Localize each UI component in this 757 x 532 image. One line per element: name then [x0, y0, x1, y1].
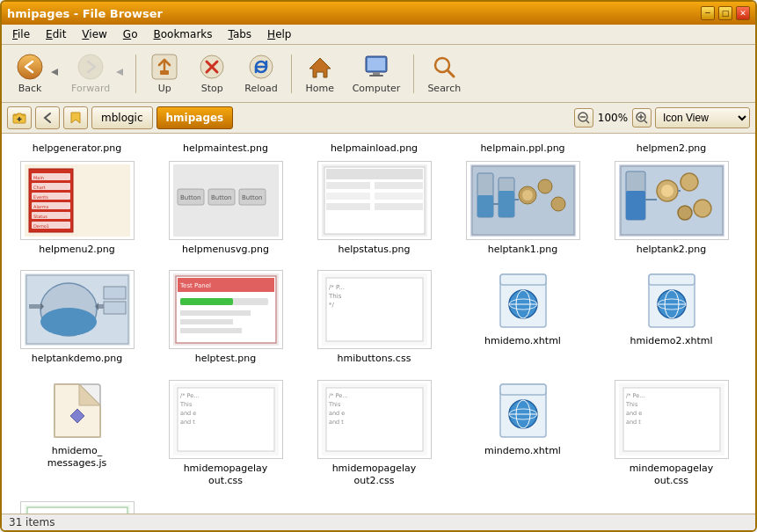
zoom-in-button[interactable] [632, 108, 651, 128]
svg-rect-89 [104, 302, 126, 314]
menu-go[interactable]: Go [116, 26, 145, 42]
svg-text:Events: Events [33, 194, 48, 200]
up-button[interactable]: Up [142, 48, 187, 98]
back-label: Back [18, 83, 42, 94]
svg-text:Button: Button [211, 194, 231, 201]
file-area[interactable]: helpgenerator.png helpmaintest.png helpm… [2, 134, 755, 514]
helpstatus-name: helpstatus.png [338, 244, 410, 256]
forward-label: Forward [71, 83, 110, 94]
svg-text:/* Pe...: /* Pe... [626, 392, 644, 399]
reload-label: Reload [244, 83, 277, 94]
svg-rect-5 [160, 70, 169, 75]
helptest-thumb: Test Panel [169, 270, 283, 349]
file-hmibuttons[interactable]: /* P... This */ hmibuttons.css [306, 265, 442, 370]
helptank2-thumb [615, 161, 729, 240]
menu-tabs[interactable]: Tabs [222, 26, 259, 42]
file-hmidemopageout2[interactable]: /* Pe... This and e and t hmidemopagelay… [306, 375, 442, 493]
file-helptest[interactable]: Test Panel helptest.png [157, 265, 294, 370]
svg-text:and t: and t [180, 419, 195, 426]
svg-text:and e: and e [329, 410, 345, 417]
minimize-button[interactable]: ─ [701, 6, 715, 20]
svg-rect-88 [104, 287, 126, 299]
search-button[interactable]: Search [419, 48, 469, 98]
menu-edit[interactable]: Edit [39, 26, 73, 42]
svg-marker-10 [309, 58, 331, 77]
file-helpmenu2[interactable]: Main Chart Events Alarms Status Demo1 he… [9, 156, 145, 261]
close-button[interactable]: ✕ [736, 6, 750, 20]
file-helpmenusvg[interactable]: Button Button Button helpmenusvg.png [157, 156, 294, 261]
helptankdemo-thumb [20, 270, 135, 349]
svg-rect-97 [180, 319, 233, 324]
file-mindemo[interactable]: mindemo.xhtml [455, 375, 591, 493]
file-helptank2[interactable]: helptank2.png [603, 156, 739, 261]
hmidemomessages-icon [51, 380, 104, 441]
breadcrumb-hmipages[interactable]: hmipages [156, 106, 234, 129]
file-hmidemomessages[interactable]: hmidemo_messages.js [9, 375, 145, 493]
menu-bookmarks[interactable]: Bookmarks [146, 26, 219, 42]
menu-help[interactable]: Help [260, 26, 298, 42]
svg-point-76 [694, 200, 711, 217]
svg-text:This: This [328, 293, 342, 300]
file-helpstatus[interactable]: helpstatus.png [306, 156, 442, 261]
breadcrumb-mblogic[interactable]: mblogic [91, 106, 153, 129]
svg-point-66 [551, 197, 565, 211]
hmidemo-icon [497, 270, 550, 332]
forward-button[interactable]: Forward [63, 48, 118, 98]
svg-rect-54 [375, 193, 423, 200]
home-button[interactable]: Home [297, 48, 343, 98]
menu-file[interactable]: File [5, 26, 37, 42]
hmidemopageout2-name: hmidemopagelayout2.css [332, 463, 417, 488]
bookmarks-button[interactable] [63, 106, 88, 129]
reload-button[interactable]: Reload [237, 48, 285, 98]
svg-line-21 [586, 120, 589, 123]
hmidemopageout-name: hmidemopagelayout.css [184, 463, 268, 488]
file-helptank1[interactable]: helptank1.png [455, 156, 591, 261]
forward-icon [76, 53, 105, 81]
svg-text:Demo1: Demo1 [33, 223, 49, 229]
back-button[interactable]: Back [7, 48, 53, 98]
maximize-button[interactable]: □ [718, 6, 732, 20]
svg-rect-111 [649, 274, 695, 285]
view-select[interactable]: Icon View List View Compact View [655, 107, 750, 128]
file-hmidemo[interactable]: hmidemo.xhtml [455, 265, 591, 370]
status-text: 31 items [9, 516, 55, 528]
file-helptankdemo[interactable]: helptankdemo.png [9, 265, 145, 370]
nav-back-small[interactable] [35, 106, 60, 129]
svg-marker-1 [51, 69, 58, 76]
svg-rect-144 [27, 507, 127, 514]
mindemo-name: mindemo.xhtml [484, 445, 561, 457]
hmibuttons-name: hmibuttons.css [338, 353, 411, 365]
computer-button[interactable]: Computer [345, 48, 409, 98]
svg-text:/* Pe...: /* Pe... [180, 392, 199, 399]
stop-label: Stop [201, 83, 223, 94]
mindemo-icon [497, 380, 550, 441]
up-icon [150, 53, 178, 81]
search-label: Search [427, 83, 461, 94]
home-label: Home [305, 83, 333, 94]
partial-file-2: helpmaintest.png [157, 141, 294, 156]
svg-text:Status: Status [33, 214, 47, 219]
svg-rect-13 [373, 72, 380, 75]
file-processdrawing[interactable]: processdrawing.png [9, 496, 145, 514]
zoom-out-button[interactable] [574, 108, 593, 128]
new-folder-button[interactable] [7, 106, 32, 129]
svg-text:*/: */ [329, 302, 335, 309]
svg-rect-12 [368, 58, 385, 70]
hmibuttons-thumb: /* P... This */ [317, 270, 432, 349]
svg-rect-72 [626, 191, 645, 220]
hmidemo2-name: hmidemo2.xhtml [630, 335, 713, 347]
window-controls: ─ □ ✕ [701, 6, 750, 20]
svg-point-2 [78, 55, 103, 79]
reload-icon [247, 53, 275, 81]
helpmenu2-name: helpmenu2.png [39, 244, 115, 256]
stop-button[interactable]: Stop [189, 48, 235, 98]
hmidemo-name: hmidemo.xhtml [484, 335, 561, 347]
menu-view[interactable]: View [75, 26, 113, 42]
svg-point-77 [678, 206, 692, 220]
file-mindemopageout[interactable]: /* Pe... This and e and t mindemopagelay… [603, 375, 739, 493]
partial-file-4: helpmain.ppl.png [455, 141, 591, 156]
up-label: Up [158, 83, 171, 94]
processdrawing-thumb [20, 501, 135, 514]
file-hmidemopageout[interactable]: /* Pe... This and e and t hmidemopagelay… [157, 375, 294, 493]
file-hmidemo2[interactable]: hmidemo2.xhtml [603, 265, 739, 370]
